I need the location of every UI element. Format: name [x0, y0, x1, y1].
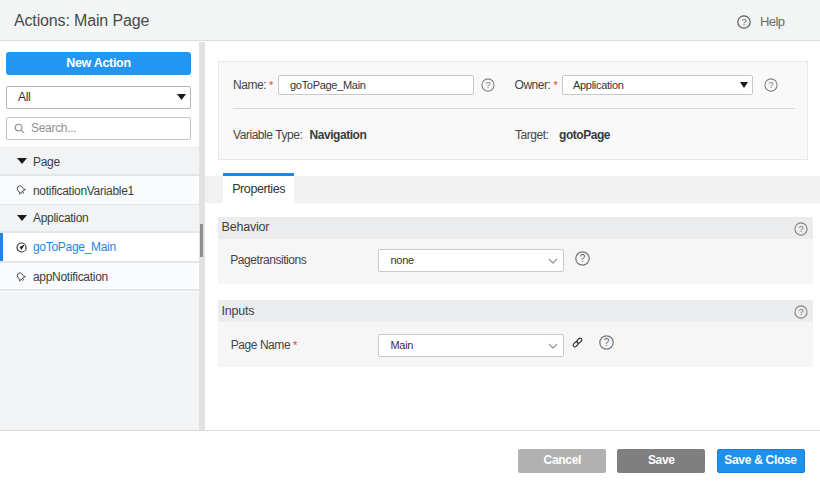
svg-text:?: ?: [603, 337, 609, 348]
svg-text:?: ?: [580, 253, 586, 264]
svg-text:?: ?: [768, 80, 773, 90]
svg-text:?: ?: [798, 307, 803, 317]
svg-text:?: ?: [742, 16, 747, 27]
svg-text:?: ?: [798, 224, 803, 234]
svg-text:?: ?: [486, 80, 491, 90]
